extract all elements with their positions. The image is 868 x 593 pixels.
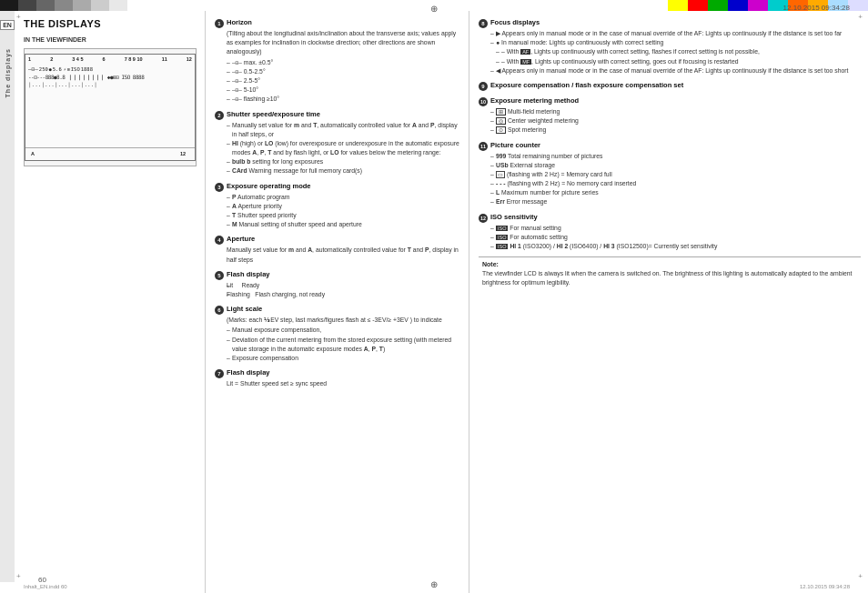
- item-9: 9 Exposure compensation / flash exposure…: [479, 81, 861, 91]
- item-1-sub1: –⊟– max. ±0.5°: [227, 58, 461, 67]
- item-3-sub3: T Shutter speed priority: [227, 211, 461, 220]
- vf-dot: ●: [49, 66, 52, 72]
- item-8-sub3: ◀ Appears only in manual mode or in the …: [490, 66, 861, 75]
- vf-num-12: 12: [187, 56, 192, 62]
- vf-num-2: 2: [50, 56, 53, 62]
- item-11-header: 11 Picture counter: [479, 141, 861, 151]
- vf-horizon-icon: –⊟–: [28, 65, 38, 72]
- vf-num-1: 1: [28, 56, 31, 62]
- item-1-desc: (Tilting about the longitudinal axis/inc…: [227, 29, 461, 57]
- item-11-body: 999 Total remaining number of pictures U…: [479, 152, 861, 207]
- item-6-title: Light scale: [227, 305, 262, 314]
- item-9-title: Exposure compensation / flash exposure c…: [490, 81, 683, 90]
- item-5-title: Flash display: [227, 270, 270, 279]
- item-7-title: Flash display: [227, 368, 270, 377]
- vf-bracket-icon: ⊞: [67, 66, 70, 72]
- item-6-desc: (Marks: each ⅓EV step, last marks/figure…: [227, 316, 461, 325]
- item-3-title: Exposure operating mode: [227, 182, 311, 191]
- item-5: 5 Flash display Lit Ready Flashing Flash…: [215, 270, 461, 299]
- item-2-sub4: CArd Warning message for full memory car…: [227, 166, 461, 176]
- item-2-body: Manually set value for m and T, automati…: [215, 121, 461, 176]
- vf-numbers-top: 1 2 3 4 5 6 7 8 9 10 11 12: [25, 55, 195, 62]
- vf-num-11: 11: [162, 56, 167, 62]
- item-2-sub3: bulb b setting for long exposures: [227, 157, 461, 166]
- item-1-sub3: –⊟– 2.5-5°: [227, 76, 461, 85]
- vf-pic-count: 1888: [81, 66, 93, 72]
- item-9-number: 9: [479, 82, 488, 91]
- vf-num-3: 3 4 5: [72, 56, 83, 62]
- item-8-number: 8: [479, 19, 488, 28]
- item-7-header: 7 Flash display: [215, 368, 461, 378]
- item-2-header: 2 Shutter speed/exposure time: [215, 110, 461, 120]
- item-11: 11 Picture counter 999 Total remaining n…: [479, 141, 861, 207]
- item-2-number: 2: [215, 111, 224, 120]
- item-2-sub2: HI (high) or LO (low) for overexposure o…: [227, 139, 461, 157]
- item-5-number: 5: [215, 271, 224, 280]
- item-1-header: 1 Horizon: [215, 18, 461, 28]
- item-1-title: Horizon: [227, 18, 252, 27]
- item-11-sub2: USb External storage: [490, 161, 861, 170]
- item-3-header: 3 Exposure operating mode: [215, 182, 461, 192]
- item-10-body: ⊞ Multi-field metering ◎ Center weighted…: [479, 107, 861, 136]
- item-11-title: Picture counter: [490, 141, 540, 150]
- item-10-sub2: ◎ Center weighted metering: [490, 116, 861, 126]
- side-tab-label: The displays: [5, 48, 11, 97]
- vf-aperture: 5.6: [53, 66, 62, 72]
- item-6-sub3: Exposure compensation: [227, 354, 461, 363]
- item-3-body: P Automatic program A Aperture priority …: [215, 193, 461, 230]
- item-1-body: (Tilting about the longitudinal axis/inc…: [215, 29, 461, 105]
- item-4-header: 4 Aperture: [215, 235, 461, 245]
- item-8-sub2a: – With AF, Lights up continuously with c…: [490, 47, 861, 56]
- item-3-sub1: P Automatic program: [227, 193, 461, 202]
- item-4-number: 4: [215, 236, 224, 245]
- item-10-sub1: ⊞ Multi-field metering: [490, 107, 861, 116]
- item-6-sub2: Deviation of the current metering from t…: [227, 336, 461, 354]
- item-8: 8 Focus displays ▶ Appears only in manua…: [479, 18, 861, 75]
- note-title: Note:: [482, 261, 857, 267]
- item-12-sub2: ISO For automatic setting: [490, 233, 861, 242]
- item-10-header: 10 Exposure metering method: [479, 96, 861, 106]
- note-text: The viewfinder LCD is always lit when th…: [482, 269, 857, 286]
- item-8-title: Focus displays: [490, 18, 540, 27]
- item-11-sub4: - - - (flashing with 2 Hz) = No memory c…: [490, 179, 861, 188]
- item-12: 12 ISO sensitivity ISO For manual settin…: [479, 213, 861, 252]
- item-6: 6 Light scale (Marks: each ⅓EV step, las…: [215, 305, 461, 363]
- item-9-header: 9 Exposure compensation / flash exposure…: [479, 81, 861, 91]
- item-12-title: ISO sensitivity: [490, 213, 538, 222]
- item-11-sub6: Err Error message: [490, 197, 861, 206]
- item-1-sub5: –⊟– flashing ≥10°: [227, 95, 461, 104]
- item-12-number: 12: [479, 214, 488, 223]
- item-1-number: 1: [215, 19, 224, 28]
- right-panel: 8 Focus displays ▶ Appears only in manua…: [469, 11, 868, 593]
- item-7-number: 7: [215, 369, 224, 378]
- item-2: 2 Shutter speed/exposure time Manually s…: [215, 110, 461, 176]
- item-1-sub4: –⊟– 5-10°: [227, 85, 461, 95]
- item-7: 7 Flash display Lit = Shutter speed set …: [215, 368, 461, 388]
- item-11-sub3: ▭ (flashing with 2 Hz) = Memory card ful…: [490, 170, 861, 179]
- item-10-number: 10: [479, 97, 488, 106]
- item-8-header: 8 Focus displays: [479, 18, 861, 28]
- item-4-body: Manually set value for m and A, automati…: [215, 246, 461, 264]
- item-8-body: ▶ Appears only in manual mode or in the …: [479, 29, 861, 75]
- item-3: 3 Exposure operating mode P Automatic pr…: [215, 182, 461, 230]
- item-7-desc: Lit = Shutter speed set ≥ sync speed: [227, 379, 461, 388]
- item-2-sub1: Manually set value for m and T, automati…: [227, 121, 461, 139]
- page-title: THE DISPLAYS: [24, 18, 197, 29]
- viewfinder-diagram: 1 2 3 4 5 6 7 8 9 10 11 12 –⊟– 250 ● 5.6…: [24, 48, 197, 166]
- item-2-title: Shutter speed/exposure time: [227, 110, 320, 119]
- main-content: THE DISPLAYS IN THE VIEWFINDER 1 2 3 4 5…: [15, 11, 868, 593]
- item-8-sub1: ▶ Appears only in manual mode or in the …: [490, 29, 861, 38]
- item-1-sub2: –⊟– 0.5-2.5°: [227, 67, 461, 76]
- item-11-sub5: L Maximum number for picture series: [490, 188, 861, 197]
- item-4: 4 Aperture Manually set value for m and …: [215, 235, 461, 264]
- vf-display-row1: –⊟– 250 ● 5.6 ⚡ ⊞ ISO 1888: [25, 65, 195, 73]
- item-3-number: 3: [215, 183, 224, 192]
- item-6-number: 6: [215, 306, 224, 315]
- item-5-sub2: Flashing Flash charging, not ready: [227, 290, 461, 299]
- page-number: 60: [38, 576, 46, 584]
- item-8-sub2b: – With MF, Lights up continuously with c…: [490, 57, 861, 66]
- item-8-sub2: ● In manual mode: Lights up continuously…: [490, 38, 861, 47]
- item-6-sub1: Manual exposure compensation,: [227, 326, 461, 335]
- vf-bottom-bar: [25, 147, 195, 160]
- item-7-body: Lit = Shutter speed set ≥ sync speed: [215, 379, 461, 388]
